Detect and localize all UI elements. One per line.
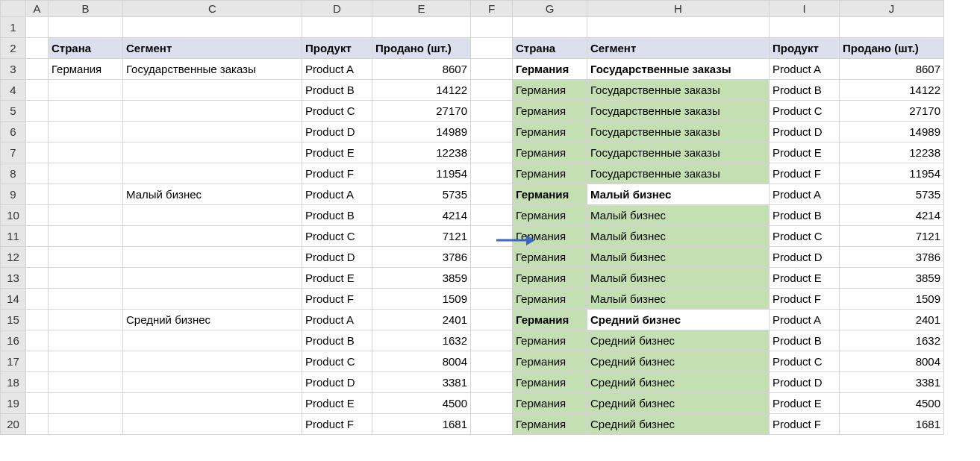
cell-E7[interactable]: 12238 <box>372 142 471 163</box>
cell-B14[interactable] <box>49 289 123 310</box>
cell-G18[interactable]: Германия <box>513 372 587 393</box>
cell-C17[interactable] <box>123 351 302 372</box>
cell-B6[interactable] <box>49 122 123 142</box>
cell-F20[interactable] <box>471 414 513 435</box>
cell-F6[interactable] <box>471 122 513 142</box>
cell-C13[interactable] <box>123 268 302 289</box>
cell-J10[interactable]: 4214 <box>840 205 944 226</box>
cell-G17[interactable]: Германия <box>513 351 587 372</box>
cell-B19[interactable] <box>49 393 123 414</box>
cell-F10[interactable] <box>471 205 513 226</box>
row-header-5[interactable]: 5 <box>1 101 26 122</box>
cell-J4[interactable]: 14122 <box>840 80 944 101</box>
cell-G6[interactable]: Германия <box>513 122 587 142</box>
cell-F9[interactable] <box>471 184 513 205</box>
cell-A20[interactable] <box>26 414 49 435</box>
cell-F16[interactable] <box>471 330 513 351</box>
cell-B3[interactable]: Германия <box>49 59 123 80</box>
cell-C8[interactable] <box>123 163 302 184</box>
cell-I1[interactable] <box>770 17 840 38</box>
cell-H12[interactable]: Малый бизнес <box>587 247 770 268</box>
cell-C18[interactable] <box>123 372 302 393</box>
cell-I17[interactable]: Product C <box>770 351 840 372</box>
cell-I4[interactable]: Product B <box>770 80 840 101</box>
row-header-9[interactable]: 9 <box>1 184 26 205</box>
cell-D6[interactable]: Product D <box>302 122 372 142</box>
cell-G8[interactable]: Германия <box>513 163 587 184</box>
row-header-8[interactable]: 8 <box>1 163 26 184</box>
cell-B9[interactable] <box>49 184 123 205</box>
cell-H18[interactable]: Средний бизнес <box>587 372 770 393</box>
cell-E2[interactable]: Продано (шт.) <box>372 38 471 59</box>
cell-J16[interactable]: 1632 <box>840 330 944 351</box>
cell-E18[interactable]: 3381 <box>372 372 471 393</box>
cell-I7[interactable]: Product E <box>770 142 840 163</box>
cell-J12[interactable]: 3786 <box>840 247 944 268</box>
cell-I6[interactable]: Product D <box>770 122 840 142</box>
cell-F19[interactable] <box>471 393 513 414</box>
cell-B16[interactable] <box>49 330 123 351</box>
cell-I3[interactable]: Product A <box>770 59 840 80</box>
col-header-G[interactable]: G <box>513 1 587 17</box>
cell-H20[interactable]: Средний бизнес <box>587 414 770 435</box>
cell-D15[interactable]: Product A <box>302 310 372 330</box>
cell-I19[interactable]: Product E <box>770 393 840 414</box>
cell-I16[interactable]: Product B <box>770 330 840 351</box>
cell-B12[interactable] <box>49 247 123 268</box>
cell-A3[interactable] <box>26 59 49 80</box>
cell-G15[interactable]: Германия <box>513 310 587 330</box>
select-all-corner[interactable] <box>1 1 26 17</box>
cell-E15[interactable]: 2401 <box>372 310 471 330</box>
cell-A4[interactable] <box>26 80 49 101</box>
cell-J18[interactable]: 3381 <box>840 372 944 393</box>
cell-F3[interactable] <box>471 59 513 80</box>
cell-E4[interactable]: 14122 <box>372 80 471 101</box>
cell-A2[interactable] <box>26 38 49 59</box>
cell-C7[interactable] <box>123 142 302 163</box>
cell-E6[interactable]: 14989 <box>372 122 471 142</box>
cell-C10[interactable] <box>123 205 302 226</box>
cell-B4[interactable] <box>49 80 123 101</box>
cell-D17[interactable]: Product C <box>302 351 372 372</box>
cell-G14[interactable]: Германия <box>513 289 587 310</box>
cell-E1[interactable] <box>372 17 471 38</box>
spreadsheet-grid[interactable]: A B C D E F G H I J 12СтранаСегментПроду… <box>0 0 944 435</box>
cell-F15[interactable] <box>471 310 513 330</box>
col-header-F[interactable]: F <box>471 1 513 17</box>
cell-D20[interactable]: Product F <box>302 414 372 435</box>
cell-B10[interactable] <box>49 205 123 226</box>
row-header-6[interactable]: 6 <box>1 122 26 142</box>
cell-B15[interactable] <box>49 310 123 330</box>
cell-F7[interactable] <box>471 142 513 163</box>
row-header-15[interactable]: 15 <box>1 310 26 330</box>
row-header-19[interactable]: 19 <box>1 393 26 414</box>
cell-H7[interactable]: Государственные заказы <box>587 142 770 163</box>
cell-B8[interactable] <box>49 163 123 184</box>
cell-D7[interactable]: Product E <box>302 142 372 163</box>
cell-A13[interactable] <box>26 268 49 289</box>
cell-G13[interactable]: Германия <box>513 268 587 289</box>
cell-D10[interactable]: Product B <box>302 205 372 226</box>
cell-I15[interactable]: Product A <box>770 310 840 330</box>
cell-H13[interactable]: Малый бизнес <box>587 268 770 289</box>
cell-G1[interactable] <box>513 17 587 38</box>
cell-I10[interactable]: Product B <box>770 205 840 226</box>
cell-A9[interactable] <box>26 184 49 205</box>
cell-G4[interactable]: Германия <box>513 80 587 101</box>
cell-J11[interactable]: 7121 <box>840 226 944 247</box>
cell-C4[interactable] <box>123 80 302 101</box>
cell-J6[interactable]: 14989 <box>840 122 944 142</box>
cell-J9[interactable]: 5735 <box>840 184 944 205</box>
row-header-16[interactable]: 16 <box>1 330 26 351</box>
cell-J2[interactable]: Продано (шт.) <box>840 38 944 59</box>
cell-I11[interactable]: Product C <box>770 226 840 247</box>
cell-I18[interactable]: Product D <box>770 372 840 393</box>
cell-G16[interactable]: Германия <box>513 330 587 351</box>
cell-F4[interactable] <box>471 80 513 101</box>
cell-A10[interactable] <box>26 205 49 226</box>
cell-E11[interactable]: 7121 <box>372 226 471 247</box>
cell-H4[interactable]: Государственные заказы <box>587 80 770 101</box>
cell-E17[interactable]: 8004 <box>372 351 471 372</box>
cell-H2[interactable]: Сегмент <box>587 38 770 59</box>
cell-E10[interactable]: 4214 <box>372 205 471 226</box>
